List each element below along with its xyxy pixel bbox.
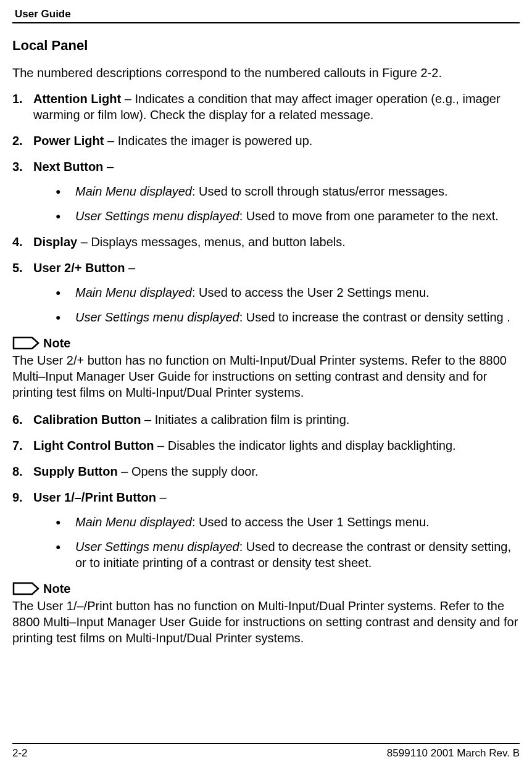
doc-info: 8599110 2001 March Rev. B	[387, 747, 520, 760]
sub-item: ●User Settings menu displayed: Used to i…	[33, 309, 520, 325]
note-block: Note The User 2/+ button has no function…	[12, 335, 520, 400]
item-term: Next Button	[33, 160, 103, 173]
sub-em: User Settings menu displayed	[75, 540, 239, 553]
note-heading: Note	[12, 581, 520, 597]
sub-list: ●Main Menu displayed: Used to access the…	[33, 514, 520, 571]
sub-rest: : Used to scroll through status/error me…	[192, 184, 448, 198]
header-label: User Guide	[12, 7, 520, 22]
list-item: 8. Supply Button – Opens the supply door…	[12, 463, 520, 479]
sub-item: ●Main Menu displayed: Used to access the…	[33, 514, 520, 530]
sub-em: User Settings menu displayed	[75, 209, 239, 223]
note-icon	[12, 336, 39, 350]
item-number: 1.	[12, 91, 33, 123]
item-desc: – Indicates the imager is powered up.	[104, 134, 312, 147]
item-desc: –	[125, 261, 135, 275]
sub-em: Main Menu displayed	[75, 184, 192, 198]
item-term: User 1/–/Print Button	[33, 491, 156, 504]
bullet-icon: ●	[56, 514, 75, 530]
item-desc: –	[103, 160, 114, 173]
item-term: Calibration Button	[33, 413, 141, 426]
item-body: Power Light – Indicates the imager is po…	[33, 133, 520, 149]
list-item: 3. Next Button – ●Main Menu displayed: U…	[12, 159, 520, 224]
sub-rest: : Used to increase the contrast or densi…	[239, 310, 510, 324]
item-term: Display	[33, 235, 77, 249]
sub-em: Main Menu displayed	[75, 286, 192, 299]
item-number: 5.	[12, 260, 33, 325]
item-number: 7.	[12, 437, 33, 453]
item-body: Attention Light – Indicates a condition …	[33, 91, 520, 123]
intro-text: The numbered descriptions correspond to …	[12, 65, 520, 81]
item-body: Supply Button – Opens the supply door.	[33, 463, 520, 479]
sub-body: Main Menu displayed: Used to access the …	[75, 284, 520, 300]
sub-body: Main Menu displayed: Used to scroll thro…	[75, 183, 520, 199]
item-term: Supply Button	[33, 465, 118, 478]
note-block: Note The User 1/–/Print button has no fu…	[12, 581, 520, 646]
item-term: Power Light	[33, 134, 104, 147]
numbered-list: 1. Attention Light – Indicates a conditi…	[12, 91, 520, 325]
bullet-icon: ●	[56, 539, 75, 555]
note-icon	[12, 582, 39, 595]
sub-body: User Settings menu displayed: Used to in…	[75, 309, 520, 325]
bullet-icon: ●	[56, 284, 75, 300]
item-body: Display – Displays messages, menus, and …	[33, 234, 520, 250]
item-number: 2.	[12, 133, 33, 149]
item-number: 3.	[12, 159, 33, 224]
item-number: 4.	[12, 234, 33, 250]
sub-list: ●Main Menu displayed: Used to scroll thr…	[33, 183, 520, 224]
bullet-icon: ●	[56, 208, 75, 224]
list-item: 6. Calibration Button – Initiates a cali…	[12, 412, 520, 428]
item-desc: – Displays messages, menus, and button l…	[77, 235, 346, 249]
footer: 2-2 8599110 2001 March Rev. B	[12, 743, 520, 760]
sub-rest: : Used to move from one parameter to the…	[239, 209, 499, 223]
note-heading: Note	[12, 335, 520, 351]
note-label: Note	[43, 581, 70, 597]
item-body: Next Button – ●Main Menu displayed: Used…	[33, 159, 520, 224]
item-number: 8.	[12, 463, 33, 479]
item-number: 9.	[12, 489, 33, 571]
item-term: Light Control Button	[33, 439, 154, 452]
list-item: 4. Display – Displays messages, menus, a…	[12, 234, 520, 250]
page-number: 2-2	[12, 747, 28, 760]
list-item: 7. Light Control Button – Disables the i…	[12, 437, 520, 453]
sub-body: User Settings menu displayed: Used to de…	[75, 539, 520, 571]
item-desc: – Initiates a calibration film is printi…	[141, 413, 349, 426]
section-title: Local Panel	[12, 37, 520, 55]
item-body: User 2/+ Button – ●Main Menu displayed: …	[33, 260, 520, 325]
bullet-icon: ●	[56, 183, 75, 199]
item-term: Attention Light	[33, 92, 121, 106]
item-body: Calibration Button – Initiates a calibra…	[33, 412, 520, 428]
sub-item: ●Main Menu displayed: Used to access the…	[33, 284, 520, 300]
list-item: 1. Attention Light – Indicates a conditi…	[12, 91, 520, 123]
list-item: 9. User 1/–/Print Button – ●Main Menu di…	[12, 489, 520, 571]
sub-rest: : Used to access the User 1 Settings men…	[192, 515, 430, 529]
item-term: User 2/+ Button	[33, 261, 125, 275]
sub-body: User Settings menu displayed: Used to mo…	[75, 208, 520, 224]
sub-body: Main Menu displayed: Used to access the …	[75, 514, 520, 530]
sub-item: ●User Settings menu displayed: Used to d…	[33, 539, 520, 571]
item-desc: – Opens the supply door.	[118, 465, 259, 478]
bullet-icon: ●	[56, 309, 75, 325]
note-body: The User 2/+ button has no function on M…	[12, 352, 520, 400]
sub-rest: : Used to access the User 2 Settings men…	[192, 286, 430, 299]
item-desc: –	[156, 491, 167, 504]
item-desc: – Disables the indicator lights and disp…	[154, 439, 456, 452]
list-item: 5. User 2/+ Button – ●Main Menu displaye…	[12, 260, 520, 325]
item-body: User 1/–/Print Button – ●Main Menu displ…	[33, 489, 520, 571]
sub-list: ●Main Menu displayed: Used to access the…	[33, 284, 520, 325]
item-number: 6.	[12, 412, 33, 428]
sub-em: User Settings menu displayed	[75, 310, 239, 324]
numbered-list: 6. Calibration Button – Initiates a cali…	[12, 412, 520, 571]
list-item: 2. Power Light – Indicates the imager is…	[12, 133, 520, 149]
note-body: The User 1/–/Print button has no functio…	[12, 598, 520, 646]
sub-item: ●User Settings menu displayed: Used to m…	[33, 208, 520, 224]
sub-em: Main Menu displayed	[75, 515, 192, 529]
note-label: Note	[43, 335, 70, 351]
item-body: Light Control Button – Disables the indi…	[33, 437, 520, 453]
sub-item: ●Main Menu displayed: Used to scroll thr…	[33, 183, 520, 199]
header-rule	[12, 22, 520, 23]
